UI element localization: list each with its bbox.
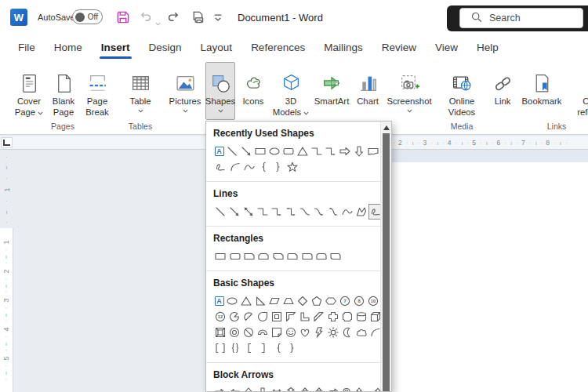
shape-elbow-double-arrow-connector[interactable] <box>284 204 298 220</box>
shape-star-5-point[interactable] <box>285 159 299 175</box>
redo-icon[interactable] <box>166 10 180 24</box>
shape-oval[interactable] <box>225 293 239 309</box>
shape-freeform-shape[interactable] <box>354 204 368 220</box>
shape-right-bracket[interactable] <box>256 340 270 356</box>
shape-smiley-face[interactable] <box>284 325 298 340</box>
shape-arrow-bent[interactable] <box>326 385 340 391</box>
undo-dropdown-chevron-icon[interactable] <box>155 15 161 29</box>
shape-half-frame[interactable] <box>284 309 298 325</box>
shape-curve[interactable] <box>340 204 354 220</box>
shape-right-triangle[interactable] <box>253 293 267 309</box>
shape-parallelogram[interactable] <box>267 293 281 309</box>
bookmark-button[interactable]: Bookmark <box>517 62 566 120</box>
shape-arrow-down[interactable] <box>352 143 366 159</box>
tab-references[interactable]: References <box>242 35 314 60</box>
shape-double-brace[interactable] <box>227 340 241 356</box>
shape-cross[interactable] <box>326 309 340 325</box>
save-icon[interactable] <box>116 10 130 24</box>
shape-cloud[interactable] <box>354 325 368 340</box>
shape-arrow-up[interactable] <box>241 385 256 391</box>
shape-diamond[interactable] <box>296 293 310 309</box>
tab-view[interactable]: View <box>426 35 466 60</box>
shape-line-arrow[interactable] <box>239 143 253 159</box>
cross-reference-button[interactable]: Cross-reference <box>568 62 588 120</box>
undo-icon[interactable] <box>139 10 153 24</box>
tab-review[interactable]: Review <box>373 35 425 60</box>
shape-round-same-side-corner-rectangle[interactable] <box>314 249 328 264</box>
shape-right-brace[interactable] <box>271 159 285 175</box>
customize-quick-access-toolbar-icon[interactable] <box>211 10 225 24</box>
shape-elbow-connector[interactable] <box>310 143 324 159</box>
shape-arrow-right[interactable] <box>213 385 227 391</box>
smartart-button[interactable]: SmartArt <box>312 62 351 120</box>
cover-page-button[interactable]: CoverPage <box>11 62 47 120</box>
shape-curved-connector[interactable] <box>298 204 312 220</box>
scrollbar-thumb[interactable] <box>383 133 390 391</box>
shape-rounded-rectangle[interactable] <box>227 249 241 264</box>
shape-octagon[interactable]: 8 <box>352 293 366 309</box>
shape-flowchart-document[interactable] <box>366 143 380 159</box>
shape-text-box[interactable]: A <box>213 293 225 309</box>
shape-scribble[interactable] <box>213 159 227 175</box>
link-button[interactable]: Link <box>489 62 516 120</box>
shape-arrow-down[interactable] <box>256 385 270 391</box>
shape-snip-same-side-corner-rectangle[interactable] <box>256 249 270 264</box>
shape-arrow-left[interactable] <box>227 385 241 391</box>
shape-scribble[interactable] <box>368 204 380 220</box>
shape-folded-corner[interactable] <box>270 325 284 340</box>
shape-can[interactable] <box>354 309 368 325</box>
shape-arrow-u-turn[interactable] <box>340 385 354 391</box>
shape-round-single-corner-rectangle[interactable] <box>299 249 314 264</box>
shape-curve[interactable] <box>242 159 256 175</box>
shape-line[interactable] <box>225 143 239 159</box>
shape-arc[interactable] <box>227 159 241 175</box>
tab-help[interactable]: Help <box>468 35 507 60</box>
shape-sun[interactable] <box>326 325 340 340</box>
shape-pie[interactable] <box>227 309 241 325</box>
shape-left-brace[interactable] <box>256 159 270 175</box>
shape-line-arrow-double[interactable] <box>241 204 256 220</box>
pictures-button[interactable]: Pictures <box>166 62 204 120</box>
shape-heptagon[interactable]: 7 <box>338 293 352 309</box>
shape-arrow-quad[interactable] <box>298 385 312 391</box>
table-button[interactable]: Table <box>124 62 157 120</box>
shape-right-brace[interactable] <box>285 340 299 356</box>
shape-isosceles-triangle[interactable] <box>296 143 310 159</box>
shape-teardrop[interactable] <box>256 309 270 325</box>
shape-arrow-left-right[interactable] <box>270 385 284 391</box>
shape-curved-arrow-connector[interactable] <box>312 204 326 220</box>
shape-arrow-left-up[interactable] <box>354 385 368 391</box>
shape-bevel[interactable] <box>213 325 227 340</box>
shape-snip-single-corner-rectangle[interactable] <box>242 249 256 264</box>
search-input[interactable]: Search <box>459 8 583 28</box>
3d-models-button[interactable]: 3DModels <box>271 62 310 120</box>
scroll-up-icon[interactable] <box>381 122 391 133</box>
shape-snip-and-round-single-corner-rectangle[interactable] <box>285 249 299 264</box>
shape-decagon[interactable]: 10 <box>366 293 380 309</box>
shape-regular-pentagon[interactable] <box>310 293 324 309</box>
shape-snip-diagonal-corner-rectangle[interactable] <box>271 249 285 264</box>
shape-line-arrow[interactable] <box>227 204 241 220</box>
tab-design[interactable]: Design <box>140 35 191 60</box>
shape-elbow-connector[interactable] <box>256 204 270 220</box>
shape-arc[interactable] <box>368 325 380 340</box>
shape-rounded-rectangle[interactable] <box>281 143 296 159</box>
shape-rectangle[interactable] <box>213 249 227 264</box>
shape-arrow-left-right-up[interactable] <box>312 385 326 391</box>
shape-double-bracket[interactable] <box>213 340 227 356</box>
icons-button[interactable]: Icons <box>237 62 270 120</box>
tab-layout[interactable]: Layout <box>192 35 241 60</box>
shape-moon[interactable] <box>340 325 354 340</box>
print-icon[interactable] <box>191 10 205 24</box>
shape-heart[interactable] <box>298 325 312 340</box>
word-logo-icon[interactable]: W <box>10 9 27 26</box>
tab-mailings[interactable]: Mailings <box>315 35 372 60</box>
shape-l-shape[interactable] <box>298 309 312 325</box>
vertical-ruler[interactable]: ·ı·1·ı· 1·ı·2·ı·3·ı·4·ı·5·ı· <box>0 135 14 392</box>
online-videos-button[interactable]: OnlineVideos <box>444 62 480 120</box>
shape-arrow-right[interactable] <box>338 143 352 159</box>
shape-line[interactable] <box>213 204 227 220</box>
shape-left-bracket[interactable] <box>242 340 256 356</box>
shape-plaque[interactable] <box>340 309 354 325</box>
shape-elbow-arrow-connector[interactable] <box>270 204 284 220</box>
